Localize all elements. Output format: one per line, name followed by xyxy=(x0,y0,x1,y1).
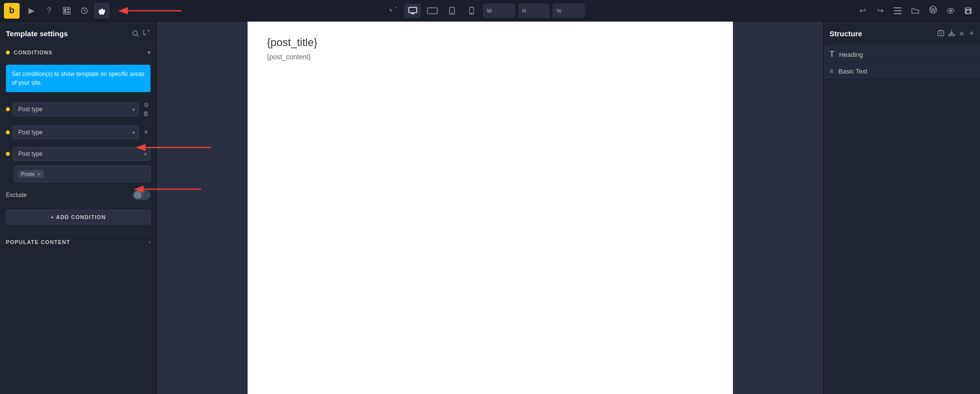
svg-point-12 xyxy=(471,13,472,13)
tag-remove-button[interactable]: ✕ xyxy=(37,172,41,177)
populate-section-header[interactable]: POPULATE CONTENT › xyxy=(0,233,156,251)
toolbar-right: ↩ ↪ Ⓦ xyxy=(854,3,976,19)
top-toolbar: b ▶ ? W 992 xyxy=(0,0,980,22)
structure-add-button[interactable]: + xyxy=(969,28,974,39)
structure-item-basic-text[interactable]: ≡ Basic Text xyxy=(824,63,980,79)
svg-point-16 xyxy=(950,10,952,12)
structure-remove-icon[interactable]: ✕ xyxy=(959,28,965,39)
logo-button[interactable]: b xyxy=(4,3,20,19)
conditions-info-box: Set condition(s) to show template on spe… xyxy=(6,65,151,92)
height-label: H xyxy=(522,8,526,14)
svg-rect-3 xyxy=(67,11,69,13)
condition-row-2: Post type ▾ ✕ xyxy=(0,123,156,142)
toolbar-center: W 992 H - % 84 xyxy=(116,3,854,19)
basic-text-icon: ≡ xyxy=(829,67,833,75)
condition-copy-button-1[interactable]: ⧉ xyxy=(142,101,151,109)
undo-icon[interactable]: ↩ xyxy=(854,3,870,19)
left-panel-actions xyxy=(132,30,151,37)
right-panel: Structure ✕ + T Heading ≡ Basic Text xyxy=(823,22,980,394)
heading-label: Heading xyxy=(839,51,863,58)
menu-icon[interactable] xyxy=(890,3,905,19)
svg-rect-14 xyxy=(894,10,902,11)
preview-icon[interactable] xyxy=(943,3,958,19)
populate-section: POPULATE CONTENT › xyxy=(0,232,156,251)
structure-items-list: T Heading ≡ Basic Text xyxy=(824,46,980,79)
right-panel-header: Structure ✕ + xyxy=(824,22,980,46)
populate-title: POPULATE CONTENT xyxy=(6,239,70,245)
condition-dot-2 xyxy=(6,130,10,134)
zoom-dimension: % 84 xyxy=(553,3,585,18)
condition-row-3: Post type ▾ xyxy=(0,144,156,164)
cursor-icon[interactable]: ▶ xyxy=(24,3,39,19)
condition-dot-1 xyxy=(6,107,10,111)
svg-line-18 xyxy=(137,35,139,37)
tablet-view-button[interactable] xyxy=(444,3,460,18)
zoom-input[interactable]: 84 xyxy=(563,7,581,14)
history-icon[interactable] xyxy=(76,3,92,19)
condition-select-3[interactable]: Post type xyxy=(13,147,151,161)
conditions-dot xyxy=(6,50,10,54)
condition-group-3: Post type ▾ Posts ✕ Exclude xyxy=(0,144,156,204)
template-icon[interactable] xyxy=(59,3,75,19)
toolbar-left: b ▶ ? xyxy=(4,3,116,19)
conditions-chevron-icon: ▾ xyxy=(148,49,151,56)
width-input[interactable]: 992 xyxy=(494,7,511,14)
width-label: W xyxy=(487,8,492,14)
wordpress-icon[interactable]: Ⓦ xyxy=(925,3,941,19)
svg-rect-19 xyxy=(938,31,944,36)
desktop-view-button[interactable] xyxy=(404,3,421,18)
condition-dot-3 xyxy=(6,152,10,156)
condition-select-2[interactable]: Post type xyxy=(13,125,139,139)
svg-rect-22 xyxy=(949,34,955,36)
exclude-toggle[interactable] xyxy=(133,190,151,200)
reload-icon[interactable] xyxy=(386,3,402,19)
wide-view-button[interactable] xyxy=(424,3,441,18)
tag-label: Posts xyxy=(21,171,35,177)
height-input[interactable]: - xyxy=(528,7,546,14)
exclude-label: Exclude xyxy=(6,192,27,198)
structure-delete-icon[interactable] xyxy=(937,28,944,39)
populate-chevron-icon: › xyxy=(149,239,151,246)
condition-group-1: Post type ▾ ⧉ 🗑 xyxy=(0,98,156,121)
save-icon[interactable] xyxy=(960,3,976,19)
basic-text-label: Basic Text xyxy=(838,68,867,75)
condition-row-1: Post type ▾ ⧉ 🗑 xyxy=(0,98,156,121)
canvas-post-content: {post_content} xyxy=(267,53,713,61)
condition-delete-button-1[interactable]: 🗑 xyxy=(142,110,151,118)
condition-select-container-1: Post type ▾ xyxy=(13,102,139,116)
condition-select-container-2: Post type ▾ xyxy=(13,125,139,139)
canvas-page: {post_title} {post_content} xyxy=(248,22,733,394)
settings-icon[interactable] xyxy=(94,3,110,19)
right-panel-title: Structure xyxy=(829,29,862,38)
structure-item-heading[interactable]: T Heading xyxy=(824,46,980,63)
folder-icon[interactable] xyxy=(907,3,923,19)
search-icon[interactable] xyxy=(132,30,139,37)
svg-rect-15 xyxy=(894,13,902,14)
structure-download-icon[interactable] xyxy=(948,28,955,39)
mobile-view-button[interactable] xyxy=(463,3,480,18)
condition-select-container-3: Post type ▾ xyxy=(13,147,151,161)
svg-rect-5 xyxy=(409,7,417,13)
add-condition-button[interactable]: + ADD CONDITION xyxy=(6,210,151,224)
reset-icon[interactable] xyxy=(143,30,151,37)
right-panel-actions: ✕ + xyxy=(937,28,974,39)
conditions-title: CONDITIONS xyxy=(14,49,52,55)
condition-icons-1: ⧉ 🗑 xyxy=(142,101,151,118)
main-layout: Template settings CONDITIONS ▾ S xyxy=(0,22,980,394)
left-panel-header: Template settings xyxy=(0,22,156,44)
zoom-label: % xyxy=(556,8,561,14)
svg-point-17 xyxy=(133,31,137,35)
heading-icon: T xyxy=(829,50,834,59)
condition-clear-button-2[interactable]: ✕ xyxy=(142,128,151,137)
canvas-area: {post_title} {post_content} xyxy=(157,22,823,394)
condition-select-1[interactable]: Post type xyxy=(13,102,139,116)
tag-posts: Posts ✕ xyxy=(18,170,44,178)
width-dimension: W 992 xyxy=(483,3,515,18)
left-panel-content: CONDITIONS ▾ Set condition(s) to show te… xyxy=(0,44,156,394)
svg-rect-13 xyxy=(894,7,902,8)
help-icon[interactable]: ? xyxy=(41,3,57,19)
svg-point-10 xyxy=(452,13,452,14)
toolbar-separator-1 xyxy=(114,5,114,17)
redo-icon[interactable]: ↪ xyxy=(872,3,888,19)
conditions-section-header[interactable]: CONDITIONS ▾ xyxy=(0,44,156,61)
